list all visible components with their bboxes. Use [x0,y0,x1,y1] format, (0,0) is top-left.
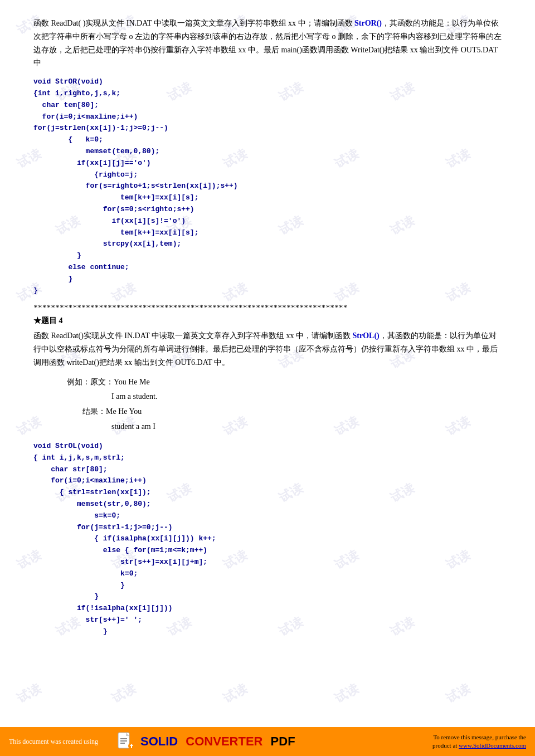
example-orig-text: 例如：原文：You He Me [67,378,150,386]
footer-right-line2: product at www.SolidDocuments.com [432,742,526,750]
footer-right-line1: To remove this message, purchase the [432,733,526,742]
example-result-label: 结果：Me He You [67,404,502,420]
example-orig-label: 例如：原文：You He Me [67,375,502,390]
footer-logo-area: SOLID CONVERTER PDF [107,731,304,752]
intro-bold-1: StrOR() [354,19,382,27]
footer-brand: SOLID CONVERTER PDF [140,734,295,749]
footer-brand-space [180,734,183,749]
intro-text-1: 函数 ReadDat( )实现从文件 IN.DAT 中读取一篇英文文章存入到字符… [33,19,354,27]
watermark: 试读 [14,680,43,707]
watermark: 试读 [109,680,138,707]
section4-paragraph: 函数 ReadDat()实现从文件 IN.DAT 中读取一篇英文文章存入到字符串… [33,329,502,369]
example-result-text: 结果：Me He You [82,407,142,416]
footer-pdf-text: PDF [271,734,295,749]
svg-rect-4 [120,743,125,744]
watermark: 试读 [332,680,361,707]
example-block: 例如：原文：You He Me I am a student. 结果：Me He… [67,375,502,434]
footer-right: To remove this message, purchase the pro… [424,733,535,750]
footer-converter-text: CONVERTER [186,734,262,749]
footer-bar: This document was created using SOLID CO… [0,727,535,756]
code-block-2: void StrOL(void) { int i,j,k,s,m,strl; c… [33,441,502,638]
solid-converter-icon [116,731,136,752]
footer-left-text: This document was created using [0,738,107,746]
footer-brand-space2 [265,734,268,749]
section4-title: ★题目 4 [33,316,502,326]
intro-paragraph-1: 函数 ReadDat( )实现从文件 IN.DAT 中读取一篇英文文章存入到字符… [33,17,502,70]
example-line2: I am a student. [111,389,502,404]
section4-text-1: 函数 ReadDat()实现从文件 IN.DAT 中读取一篇英文文章存入到字符串… [33,331,353,340]
example-result2: student a am I [111,420,502,435]
section4-bold: StrOL() [353,331,380,340]
svg-rect-3 [120,740,127,742]
footer-solid-text: SOLID [140,734,178,749]
main-content: 函数 ReadDat( )实现从文件 IN.DAT 中读取一篇英文文章存入到字符… [0,0,535,656]
watermark: 试读 [220,680,250,707]
code-block-1: void StrOR(void) {int i,righto,j,s,k; ch… [33,76,502,296]
footer-url: www.SolidDocuments.com [459,742,526,749]
divider-stars: ****************************************… [33,303,502,311]
svg-rect-7 [131,746,132,748]
svg-rect-2 [120,738,127,739]
watermark: 试读 [443,680,473,707]
